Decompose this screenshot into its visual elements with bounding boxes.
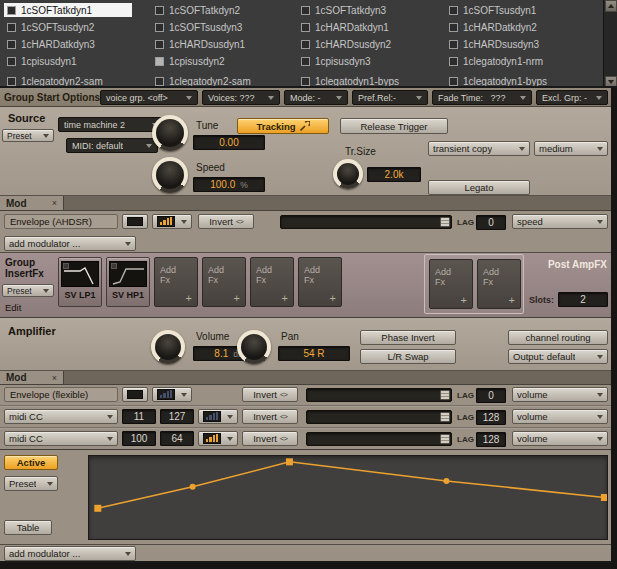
fx-slot-empty[interactable]: AddFx+ [298, 257, 342, 307]
mod-shaper-button[interactable] [122, 387, 148, 402]
invert-button[interactable]: Invert<> [198, 214, 254, 229]
group-list-item[interactable]: 1cpisusdyn2 [152, 54, 228, 68]
cc-default-value[interactable]: 64 [160, 431, 194, 446]
voices-dropdown[interactable]: Voices: ??? [202, 90, 280, 105]
tracking-button[interactable]: Tracking [237, 118, 329, 134]
fx-slot-empty-post[interactable]: AddFx+ [429, 259, 473, 309]
group-checkbox[interactable] [449, 57, 458, 66]
edit-button[interactable]: Edit [5, 302, 21, 313]
transient-size-knob[interactable] [333, 159, 363, 189]
scroll-down-button[interactable] [605, 76, 617, 88]
list-scrollbar[interactable] [603, 0, 617, 88]
transient-copy-dropdown[interactable]: transient copy [428, 141, 530, 156]
midi-mode-dropdown[interactable]: MIDI: default [66, 138, 158, 153]
fx-slot-empty[interactable]: AddFx+ [250, 257, 294, 307]
pref-release-dropdown[interactable]: Pref.Rel:- [352, 90, 428, 105]
group-checkbox[interactable] [7, 23, 16, 32]
group-list-item[interactable]: 1clegatodyn2-sam [152, 74, 254, 88]
slider-handle[interactable] [440, 434, 450, 444]
group-list-item[interactable]: 1cpisusdyn3 [298, 54, 374, 68]
cc-default-value[interactable]: 127 [160, 409, 194, 424]
intensity-slider[interactable] [306, 432, 452, 446]
fx-slot-sv-hp1[interactable]: SV HP1 [106, 257, 150, 307]
invert-button[interactable]: Invert<> [242, 431, 298, 446]
source-preset-dropdown[interactable]: Preset [2, 129, 54, 142]
group-list-item[interactable]: 1cHARDsusdyn1 [152, 37, 248, 51]
fx-slot-empty-post[interactable]: AddFx+ [477, 259, 521, 309]
scroll-up-button[interactable] [605, 0, 617, 12]
voice-group-dropdown[interactable]: voice grp. <off> [100, 90, 198, 105]
cc-number-value[interactable]: 100 [122, 431, 156, 446]
group-checkbox[interactable] [7, 40, 16, 49]
add-modulator-dropdown[interactable]: add modulator ... [4, 236, 136, 251]
insertfx-preset-dropdown[interactable]: Preset [2, 284, 54, 297]
group-checkbox[interactable] [449, 6, 458, 15]
mod-target-dropdown[interactable]: volume [512, 431, 608, 446]
lag-value[interactable]: 0 [476, 215, 506, 230]
fade-time-dropdown[interactable]: Fade Time: ??? [432, 90, 532, 105]
group-checkbox[interactable] [301, 57, 310, 66]
engine-mode-dropdown[interactable]: time machine 2 [58, 117, 164, 132]
modulator-name[interactable]: Envelope (AHDSR) [4, 214, 118, 229]
transient-size-value[interactable]: 2.0k [367, 167, 421, 182]
tune-knob[interactable] [152, 115, 188, 151]
exclusive-group-dropdown[interactable]: Excl. Grp: - [536, 90, 608, 105]
group-list-item[interactable]: 1clegatodyn1-byps [446, 74, 550, 88]
volume-knob[interactable] [151, 330, 185, 364]
slider-handle[interactable] [440, 217, 450, 227]
fx-slot-empty[interactable]: AddFx+ [202, 257, 246, 307]
release-trigger-button[interactable]: Release Trigger [340, 118, 448, 134]
group-list-item[interactable]: 1cHARDatkdyn2 [446, 20, 540, 34]
fx-slot-empty[interactable]: AddFx+ [154, 257, 198, 307]
envelope-preset-dropdown[interactable]: Preset [4, 476, 58, 491]
group-list-item[interactable]: 1cHARDatkdyn1 [298, 20, 392, 34]
group-checkbox[interactable] [155, 40, 164, 49]
mod-target-dropdown[interactable]: volume [512, 387, 608, 402]
speed-knob[interactable] [152, 157, 188, 193]
tab-close-icon[interactable]: × [52, 198, 57, 208]
envelope-graph[interactable] [88, 455, 608, 540]
lag-value[interactable]: 0 [476, 388, 506, 403]
bypass-icon[interactable] [111, 263, 117, 269]
tab-close-icon[interactable]: × [52, 373, 57, 383]
active-button[interactable]: Active [4, 455, 58, 470]
group-checkbox[interactable] [155, 23, 164, 32]
group-checkbox[interactable] [449, 77, 458, 86]
group-list-item[interactable]: 1cHARDsusdyn3 [446, 37, 542, 51]
pan-knob[interactable] [237, 330, 271, 364]
group-checkbox[interactable] [155, 57, 164, 66]
tab-mod[interactable]: Mod× [0, 196, 64, 210]
group-checkbox[interactable] [155, 6, 164, 15]
group-list-item[interactable]: 1cpisusdyn1 [4, 54, 80, 68]
output-dropdown[interactable]: Output: default [508, 349, 608, 364]
group-checkbox[interactable] [7, 77, 16, 86]
intensity-slider[interactable] [280, 215, 452, 229]
bypass-icon[interactable] [63, 263, 69, 269]
intensity-meter-dropdown[interactable] [152, 214, 192, 229]
mod-source-dropdown[interactable]: midi CC [4, 409, 118, 424]
intensity-meter-dropdown[interactable] [152, 387, 192, 402]
fx-slot-sv-lp1[interactable]: SV LP1 [58, 257, 102, 307]
intensity-slider[interactable] [306, 388, 452, 402]
group-list-item[interactable]: 1clegatodyn2-sam [4, 74, 106, 88]
slider-handle[interactable] [440, 412, 450, 422]
group-list-item[interactable]: 1cHARDatkdyn3 [4, 37, 98, 51]
group-list-item[interactable]: 1cHARDsusdyn2 [298, 37, 394, 51]
mod-target-dropdown[interactable]: speed [512, 214, 608, 229]
group-list-item[interactable]: 1cSOFTatkdyn2 [152, 3, 243, 17]
group-list-item[interactable]: 1cSOFTsusdyn1 [446, 3, 539, 17]
add-modulator-dropdown[interactable]: add modulator ... [4, 546, 136, 561]
lr-swap-button[interactable]: L/R Swap [360, 349, 456, 364]
group-list-item[interactable]: 1clegatodyn1-nrm [446, 54, 546, 68]
mod-source-dropdown[interactable]: midi CC [4, 431, 118, 446]
legato-button[interactable]: Legato [428, 180, 530, 195]
phase-invert-button[interactable]: Phase Invert [360, 330, 456, 345]
intensity-meter-dropdown[interactable] [198, 431, 238, 446]
group-checkbox[interactable] [301, 23, 310, 32]
mod-shaper-button[interactable] [122, 214, 148, 229]
group-checkbox[interactable] [301, 6, 310, 15]
channel-routing-button[interactable]: channel routing [508, 330, 608, 345]
tune-value[interactable]: 0.00 [193, 135, 265, 150]
speed-value[interactable]: 100.0% [193, 177, 265, 192]
group-list-item[interactable]: 1clegatodyn1-byps [298, 74, 402, 88]
